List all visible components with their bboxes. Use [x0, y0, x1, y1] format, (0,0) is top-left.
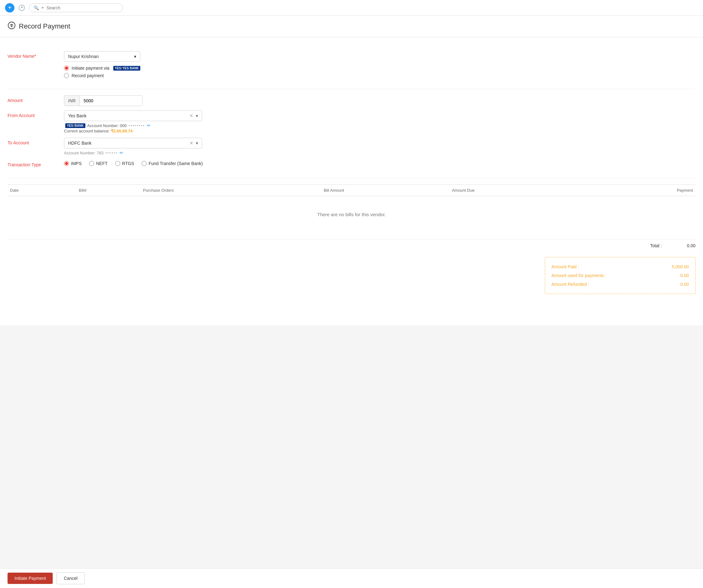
amount-label: Amount	[7, 95, 58, 103]
tx-imps-radio[interactable]	[64, 161, 69, 166]
main-content: Vendor Name* Nupur Krishnan ▾ Initiate p…	[0, 37, 703, 325]
tx-neft-label: NEFT	[96, 161, 108, 166]
bills-table: Date Bill# Purchase Orders Bill Amount A…	[7, 184, 696, 196]
bills-section: Date Bill# Purchase Orders Bill Amount A…	[7, 184, 696, 233]
current-balance-value: ₹2,00,99.74	[111, 129, 133, 133]
vendor-label: Vendor Name*	[7, 51, 58, 59]
from-account-value: Yes Bank	[68, 113, 87, 118]
col-bill-amount: Bill Amount	[321, 185, 449, 196]
yes-bank-badge: YES / YES BANK	[113, 66, 140, 71]
vendor-select[interactable]: Nupur Krishnan ▾	[64, 51, 140, 62]
history-button[interactable]: 🕐	[18, 4, 25, 11]
total-row: Total : 0.00	[7, 239, 696, 252]
amount-used-label: Amount used for payments :	[551, 273, 606, 278]
tx-fund-transfer[interactable]: Fund Transfer (Same Bank)	[142, 161, 203, 166]
from-account-label: From Account	[7, 110, 58, 118]
to-account-masked: ••••••	[105, 151, 118, 155]
col-amount-due: Amount Due	[449, 185, 589, 196]
tx-rtgs-radio[interactable]	[115, 161, 120, 166]
bills-table-header: Date Bill# Purchase Orders Bill Amount A…	[7, 185, 696, 196]
col-bill: Bill#	[76, 185, 141, 196]
amount-row: Amount INR	[7, 95, 696, 106]
payment-method-group: Initiate payment via YES / YES BANK Reco…	[64, 66, 140, 78]
tx-imps[interactable]: IMPS	[64, 161, 82, 166]
from-account-number-prefix: Account Number: 000	[87, 123, 127, 128]
vendor-row: Vendor Name* Nupur Krishnan ▾ Initiate p…	[7, 51, 696, 78]
to-account-label: To Account	[7, 138, 58, 145]
amount-refunded-row: Amount Refunded : 0.00	[551, 280, 689, 289]
to-account-row: To Account HDFC Bank ✕ ▾ Account Number:…	[7, 138, 696, 155]
amount-paid-label: Amount Paid :	[551, 264, 579, 269]
search-input[interactable]	[47, 5, 109, 10]
slash-icon: /	[122, 67, 123, 70]
current-balance-label: Current account balance:	[64, 129, 109, 133]
balance-info: Current account balance: ₹2,00,99.74	[64, 129, 202, 133]
from-account-chevron-icon: ▾	[196, 113, 198, 118]
amount-input-wrap: INR	[64, 95, 143, 106]
from-account-masked: ••••••••	[128, 123, 145, 128]
totals-section: Total : 0.00 Amount Paid : 5,000.00 Amou…	[7, 239, 696, 294]
total-label: Total :	[650, 243, 661, 248]
initiate-payment-label: Initiate payment via	[72, 66, 109, 71]
from-account-clear-icon[interactable]: ✕	[189, 113, 193, 118]
transaction-type-group: IMPS NEFT RTGS Fund Transfer (Same Bank)	[64, 160, 203, 166]
to-account-value: HDFC Bank	[68, 141, 92, 146]
tx-neft[interactable]: NEFT	[89, 161, 108, 166]
add-button[interactable]: +	[5, 3, 14, 13]
vendor-value: Nupur Krishnan	[68, 54, 98, 59]
yes-text: YES	[115, 67, 121, 70]
page-title: Record Payment	[19, 22, 70, 30]
tx-rtgs-label: RTGS	[122, 161, 134, 166]
amount-section: Amount INR From Account Yes Bank ✕ ▾	[7, 89, 696, 178]
topbar: + 🕐 🔍 ▼	[0, 0, 703, 16]
to-account-number-info: Account Number: 783 •••••• ✏	[64, 150, 202, 155]
amount-used-row: Amount used for payments : 0.00	[551, 271, 689, 280]
record-payment-option[interactable]: Record payment	[64, 73, 140, 78]
to-account-wrap: HDFC Bank ✕ ▾ Account Number: 783 ••••••…	[64, 138, 202, 155]
amount-refunded-label: Amount Refunded :	[551, 282, 590, 287]
total-value: 0.00	[687, 243, 696, 248]
from-account-edit-icon[interactable]: ✏	[147, 123, 151, 128]
page-header: Record Payment	[0, 16, 703, 37]
amount-input[interactable]	[80, 96, 142, 106]
to-account-chevron-icon: ▾	[196, 141, 198, 146]
col-payment: Payment	[589, 185, 696, 196]
amount-used-value: 0.00	[680, 273, 689, 278]
tx-fund-transfer-radio[interactable]	[142, 161, 147, 166]
col-date: Date	[7, 185, 76, 196]
from-account-select[interactable]: Yes Bank ✕ ▾	[64, 110, 202, 121]
to-account-clear-icon[interactable]: ✕	[189, 141, 193, 146]
vendor-select-wrap: Nupur Krishnan ▾ Initiate payment via YE…	[64, 51, 140, 78]
tx-imps-label: IMPS	[71, 161, 82, 166]
transaction-type-label: Transaction Type	[7, 160, 58, 167]
to-account-select[interactable]: HDFC Bank ✕ ▾	[64, 138, 202, 148]
from-bank-info: YES / BANK Account Number: 000 •••••••• …	[64, 123, 202, 128]
amount-paid-value: 5,000.00	[672, 264, 689, 269]
tx-fund-transfer-label: Fund Transfer (Same Bank)	[148, 161, 203, 166]
search-icon: 🔍	[33, 5, 39, 10]
initiate-payment-radio[interactable]	[64, 66, 69, 71]
search-bar: 🔍 ▼	[29, 3, 123, 12]
record-payment-icon	[7, 21, 16, 31]
vendor-chevron-icon: ▾	[134, 54, 136, 59]
tx-neft-radio[interactable]	[89, 161, 94, 166]
history-icon: 🕐	[18, 5, 25, 11]
to-account-edit-icon[interactable]: ✏	[120, 150, 123, 155]
empty-state: There are no bills for this vendor.	[7, 196, 696, 233]
transaction-type-row: Transaction Type IMPS NEFT RTGS	[7, 160, 696, 167]
initiate-payment-option[interactable]: Initiate payment via YES / YES BANK	[64, 66, 140, 71]
tx-rtgs[interactable]: RTGS	[115, 161, 134, 166]
col-po: Purchase Orders	[141, 185, 321, 196]
amount-field: INR	[64, 95, 143, 106]
bank-text: YES BANK	[123, 67, 139, 70]
record-payment-radio[interactable]	[64, 73, 69, 78]
summary-box: Amount Paid : 5,000.00 Amount used for p…	[545, 257, 696, 294]
from-account-row: From Account Yes Bank ✕ ▾ YES / BANK Acc…	[7, 110, 696, 133]
vendor-section: Vendor Name* Nupur Krishnan ▾ Initiate p…	[7, 45, 696, 89]
from-account-controls: ✕ ▾	[189, 113, 198, 118]
to-account-number-prefix: Account Number: 783	[64, 151, 103, 155]
to-account-controls: ✕ ▾	[189, 141, 198, 146]
currency-tag: INR	[64, 96, 80, 106]
search-dropdown-icon[interactable]: ▼	[41, 6, 45, 10]
amount-paid-row: Amount Paid : 5,000.00	[551, 262, 689, 271]
